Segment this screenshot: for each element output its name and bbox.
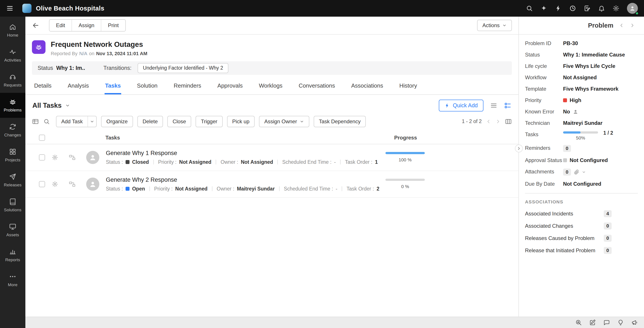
list-view-icon[interactable] xyxy=(490,102,498,109)
tab-analysis[interactable]: Analysis xyxy=(67,80,89,94)
task-search-icon[interactable] xyxy=(43,118,50,125)
quick-actions-icon[interactable] xyxy=(555,5,562,12)
tab-associations[interactable]: Associations xyxy=(351,80,384,94)
settings-icon[interactable] xyxy=(612,5,620,12)
sidebar-item-assets[interactable]: Assets xyxy=(0,218,26,243)
requests-icon xyxy=(9,73,16,81)
task-status-swatch xyxy=(126,187,130,191)
add-task-button[interactable]: Add Task xyxy=(56,116,97,127)
tab-reminders[interactable]: Reminders xyxy=(173,80,202,94)
field-label: Priority xyxy=(525,97,563,103)
tasks-filter-chevron-icon[interactable] xyxy=(65,103,70,108)
pagination-next-icon[interactable] xyxy=(495,119,501,124)
sidebar-item-projects[interactable]: Projects xyxy=(0,143,26,168)
notifications-icon[interactable] xyxy=(598,5,605,12)
assign-owner-dropdown[interactable]: Assign Owner xyxy=(259,116,309,127)
paperclip-icon[interactable] xyxy=(574,169,579,175)
add-task-caret-icon[interactable] xyxy=(88,116,96,127)
pagination: 1 - 2 of 2 xyxy=(462,118,512,125)
tab-solution[interactable]: Solution xyxy=(136,80,158,94)
task-info: Generate Why 2 Response Status : Open Pr… xyxy=(106,176,379,192)
compose-feedback-icon[interactable] xyxy=(589,319,596,326)
task-order-label: Task Order : xyxy=(346,186,374,192)
task-settings-icon[interactable] xyxy=(52,181,58,187)
transition-button[interactable]: Underlying Factor Identified - Why 2 xyxy=(138,63,228,73)
divider xyxy=(278,160,278,164)
row-checkbox[interactable] xyxy=(39,181,45,187)
task-dependency-icon[interactable] xyxy=(68,181,77,188)
previous-record-icon[interactable] xyxy=(618,23,624,28)
table-layout-icon[interactable] xyxy=(32,118,39,125)
quick-add-label: Quick Add xyxy=(453,102,478,109)
attachments-chevron-icon[interactable] xyxy=(582,170,586,174)
content-area: Edit Assign Print Actions Frequent Netwo… xyxy=(26,17,644,328)
edit-button[interactable]: Edit xyxy=(50,20,72,31)
panel-collapse-handle[interactable] xyxy=(515,145,523,152)
sidebar-item-changes[interactable]: Changes xyxy=(0,118,26,143)
select-all-checkbox[interactable] xyxy=(39,135,45,141)
task-dependency-button[interactable]: Task Dependency xyxy=(314,116,366,127)
feedback-icon[interactable] xyxy=(584,5,590,12)
assign-button[interactable]: Assign xyxy=(72,20,101,31)
attachments-count-badge: 0 xyxy=(563,169,571,176)
announcements-icon[interactable] xyxy=(631,319,638,326)
field-value: 0 xyxy=(563,145,571,152)
search-icon[interactable] xyxy=(526,5,533,12)
trigger-button[interactable]: Trigger xyxy=(196,116,222,127)
field-label: Tasks xyxy=(525,131,563,138)
tab-history[interactable]: History xyxy=(399,80,418,94)
sidebar-item-reports[interactable]: Reports xyxy=(0,243,26,267)
action-bar: Edit Assign Print Actions xyxy=(26,17,518,35)
row-checkbox[interactable] xyxy=(39,154,45,160)
add-task-label: Add Task xyxy=(56,116,88,127)
task-title[interactable]: Generate Why 1 Response xyxy=(106,150,378,157)
sidebar-item-home[interactable]: Home xyxy=(0,18,26,43)
actions-dropdown[interactable]: Actions xyxy=(477,20,512,31)
sidebar-item-requests[interactable]: Requests xyxy=(0,68,26,93)
suggestion-bulb-icon[interactable] xyxy=(617,319,624,326)
more-icon xyxy=(9,273,16,280)
sidebar-item-activities[interactable]: Activities xyxy=(0,43,26,68)
task-title[interactable]: Generate Why 2 Response xyxy=(106,176,379,183)
translate-search-icon[interactable] xyxy=(575,319,582,326)
association-releases-caused[interactable]: Releases Caused by Problem 0 xyxy=(525,235,612,242)
close-task-button[interactable]: Close xyxy=(167,116,191,127)
divider xyxy=(342,186,342,191)
tab-conversations[interactable]: Conversations xyxy=(298,80,335,94)
divider xyxy=(340,160,340,164)
print-button[interactable]: Print xyxy=(101,20,125,31)
next-record-icon[interactable] xyxy=(630,23,635,28)
projects-icon xyxy=(9,148,16,155)
tab-worklogs[interactable]: Worklogs xyxy=(258,80,283,94)
organize-button[interactable]: Organize xyxy=(101,116,133,127)
tab-tasks[interactable]: Tasks xyxy=(104,80,121,94)
sidebar-item-releases[interactable]: Releases xyxy=(0,168,26,193)
tab-details[interactable]: Details xyxy=(34,80,52,94)
sidebar-item-problems[interactable]: Problems xyxy=(0,93,26,118)
association-associated-incidents[interactable]: Associated Incidents 4 xyxy=(525,210,612,217)
task-settings-icon[interactable] xyxy=(52,154,58,161)
sidebar-item-solutions[interactable]: Solutions xyxy=(0,193,26,218)
detail-view-icon[interactable] xyxy=(504,102,512,109)
pick-up-button[interactable]: Pick up xyxy=(227,116,255,127)
delete-button[interactable]: Delete xyxy=(138,116,163,127)
hamburger-menu-icon[interactable] xyxy=(6,5,14,12)
association-associated-changes[interactable]: Associated Changes 0 xyxy=(525,222,612,229)
field-label: Status xyxy=(525,52,563,58)
association-release-initiated[interactable]: Release that Initiated Problem 0 xyxy=(525,247,612,254)
quick-add-button[interactable]: Quick Add xyxy=(439,100,484,111)
task-status-label: Status : xyxy=(106,186,123,192)
task-dependency-icon[interactable] xyxy=(68,154,77,161)
back-button[interactable] xyxy=(32,22,40,29)
column-chooser-icon[interactable] xyxy=(505,118,512,125)
zia-assistant-icon[interactable] xyxy=(540,5,547,12)
pagination-prev-icon[interactable] xyxy=(486,119,491,124)
tasks-filter-title[interactable]: All Tasks xyxy=(32,102,62,110)
sidebar-item-more[interactable]: More xyxy=(0,267,26,292)
panel-fields: Problem ID PB-30 Status Why 1: Immediate… xyxy=(519,35,644,254)
chat-icon[interactable] xyxy=(603,319,610,326)
tab-approvals[interactable]: Approvals xyxy=(217,80,243,94)
user-avatar[interactable] xyxy=(627,3,638,14)
history-icon[interactable] xyxy=(569,5,576,12)
association-count-badge: 4 xyxy=(604,210,612,217)
